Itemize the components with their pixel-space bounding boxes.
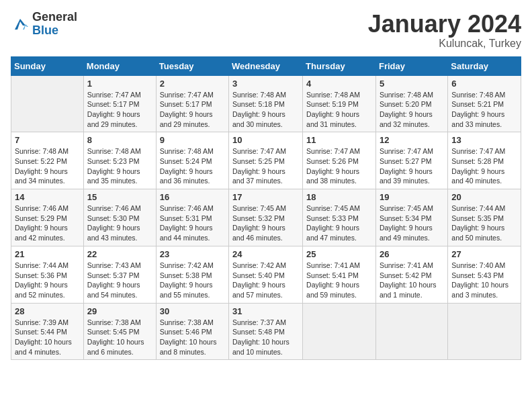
day-detail: Sunrise: 7:47 AMSunset: 5:17 PMDaylight:… bbox=[87, 90, 152, 130]
day-detail: Sunrise: 7:48 AMSunset: 5:19 PMDaylight:… bbox=[306, 90, 372, 130]
calendar-cell: 19Sunrise: 7:45 AMSunset: 5:34 PMDayligh… bbox=[375, 189, 447, 246]
calendar-cell bbox=[375, 303, 447, 360]
day-number: 2 bbox=[160, 79, 225, 89]
calendar-cell: 12Sunrise: 7:47 AMSunset: 5:27 PMDayligh… bbox=[375, 132, 447, 189]
day-detail: Sunrise: 7:47 AMSunset: 5:27 PMDaylight:… bbox=[380, 146, 444, 186]
calendar-header: Sunday Monday Tuesday Wednesday Thursday… bbox=[11, 56, 521, 75]
day-detail: Sunrise: 7:46 AMSunset: 5:29 PMDaylight:… bbox=[15, 203, 80, 243]
day-number: 31 bbox=[232, 306, 299, 316]
day-number: 19 bbox=[380, 192, 444, 202]
day-number: 18 bbox=[306, 192, 372, 202]
day-detail: Sunrise: 7:48 AMSunset: 5:22 PMDaylight:… bbox=[15, 146, 80, 186]
calendar-cell: 4Sunrise: 7:48 AMSunset: 5:19 PMDaylight… bbox=[303, 75, 376, 132]
day-number: 23 bbox=[160, 249, 225, 259]
header: General Blue January 2024 Kuluncak, Turk… bbox=[11, 11, 521, 50]
day-number: 11 bbox=[306, 135, 372, 145]
day-number: 27 bbox=[451, 249, 517, 259]
header-tuesday: Tuesday bbox=[156, 56, 228, 75]
day-number: 1 bbox=[87, 79, 152, 89]
day-detail: Sunrise: 7:40 AMSunset: 5:43 PMDaylight:… bbox=[451, 261, 517, 300]
day-detail: Sunrise: 7:47 AMSunset: 5:17 PMDaylight:… bbox=[160, 90, 225, 130]
calendar-cell: 10Sunrise: 7:47 AMSunset: 5:25 PMDayligh… bbox=[229, 132, 303, 189]
calendar-cell: 30Sunrise: 7:38 AMSunset: 5:46 PMDayligh… bbox=[156, 303, 228, 360]
logo-general: General bbox=[32, 11, 77, 24]
calendar-cell: 9Sunrise: 7:48 AMSunset: 5:24 PMDaylight… bbox=[156, 132, 228, 189]
calendar-cell: 2Sunrise: 7:47 AMSunset: 5:17 PMDaylight… bbox=[156, 75, 228, 132]
calendar-cell: 11Sunrise: 7:47 AMSunset: 5:26 PMDayligh… bbox=[303, 132, 376, 189]
day-detail: Sunrise: 7:39 AMSunset: 5:44 PMDaylight:… bbox=[15, 318, 80, 357]
day-number: 14 bbox=[15, 192, 80, 202]
calendar-cell: 31Sunrise: 7:37 AMSunset: 5:48 PMDayligh… bbox=[229, 303, 303, 360]
calendar-cell: 18Sunrise: 7:45 AMSunset: 5:33 PMDayligh… bbox=[303, 189, 376, 246]
day-detail: Sunrise: 7:41 AMSunset: 5:42 PMDaylight:… bbox=[380, 261, 444, 300]
header-monday: Monday bbox=[83, 56, 156, 75]
calendar-cell: 6Sunrise: 7:48 AMSunset: 5:21 PMDaylight… bbox=[448, 75, 521, 132]
day-detail: Sunrise: 7:47 AMSunset: 5:28 PMDaylight:… bbox=[451, 146, 517, 186]
calendar-cell: 7Sunrise: 7:48 AMSunset: 5:22 PMDaylight… bbox=[11, 132, 84, 189]
calendar-cell: 21Sunrise: 7:44 AMSunset: 5:36 PMDayligh… bbox=[11, 246, 84, 303]
header-row: Sunday Monday Tuesday Wednesday Thursday… bbox=[11, 56, 521, 75]
day-detail: Sunrise: 7:48 AMSunset: 5:24 PMDaylight:… bbox=[160, 146, 225, 186]
calendar-cell: 1Sunrise: 7:47 AMSunset: 5:17 PMDaylight… bbox=[83, 75, 156, 132]
day-detail: Sunrise: 7:47 AMSunset: 5:25 PMDaylight:… bbox=[232, 146, 299, 186]
week-row-0: 1Sunrise: 7:47 AMSunset: 5:17 PMDaylight… bbox=[11, 75, 521, 132]
logo: General Blue bbox=[11, 11, 77, 38]
day-number: 30 bbox=[160, 306, 225, 316]
calendar-cell: 5Sunrise: 7:48 AMSunset: 5:20 PMDaylight… bbox=[375, 75, 447, 132]
day-detail: Sunrise: 7:45 AMSunset: 5:34 PMDaylight:… bbox=[380, 203, 444, 243]
week-row-3: 21Sunrise: 7:44 AMSunset: 5:36 PMDayligh… bbox=[11, 246, 521, 303]
day-detail: Sunrise: 7:42 AMSunset: 5:38 PMDaylight:… bbox=[160, 261, 225, 300]
day-detail: Sunrise: 7:46 AMSunset: 5:30 PMDaylight:… bbox=[87, 203, 152, 243]
logo-icon bbox=[11, 15, 30, 34]
day-detail: Sunrise: 7:48 AMSunset: 5:21 PMDaylight:… bbox=[451, 90, 517, 130]
day-detail: Sunrise: 7:45 AMSunset: 5:32 PMDaylight:… bbox=[232, 203, 299, 243]
header-sunday: Sunday bbox=[11, 56, 84, 75]
day-number: 28 bbox=[15, 306, 80, 316]
day-detail: Sunrise: 7:42 AMSunset: 5:40 PMDaylight:… bbox=[232, 261, 299, 300]
calendar-cell: 24Sunrise: 7:42 AMSunset: 5:40 PMDayligh… bbox=[229, 246, 303, 303]
day-number: 26 bbox=[380, 249, 444, 259]
day-detail: Sunrise: 7:41 AMSunset: 5:41 PMDaylight:… bbox=[306, 261, 372, 300]
day-detail: Sunrise: 7:47 AMSunset: 5:26 PMDaylight:… bbox=[306, 146, 372, 186]
day-number: 20 bbox=[451, 192, 517, 202]
day-number: 25 bbox=[306, 249, 372, 259]
day-number: 3 bbox=[232, 79, 299, 89]
day-number: 15 bbox=[87, 192, 152, 202]
day-detail: Sunrise: 7:38 AMSunset: 5:45 PMDaylight:… bbox=[87, 318, 152, 357]
day-number: 5 bbox=[380, 79, 444, 89]
day-number: 22 bbox=[87, 249, 152, 259]
calendar-cell: 27Sunrise: 7:40 AMSunset: 5:43 PMDayligh… bbox=[448, 246, 521, 303]
calendar-cell: 3Sunrise: 7:48 AMSunset: 5:18 PMDaylight… bbox=[229, 75, 303, 132]
day-detail: Sunrise: 7:37 AMSunset: 5:48 PMDaylight:… bbox=[232, 318, 299, 357]
header-wednesday: Wednesday bbox=[229, 56, 303, 75]
calendar-subtitle: Kuluncak, Turkey bbox=[368, 38, 521, 50]
header-friday: Friday bbox=[375, 56, 447, 75]
week-row-4: 28Sunrise: 7:39 AMSunset: 5:44 PMDayligh… bbox=[11, 303, 521, 360]
calendar-cell: 28Sunrise: 7:39 AMSunset: 5:44 PMDayligh… bbox=[11, 303, 84, 360]
calendar-cell: 15Sunrise: 7:46 AMSunset: 5:30 PMDayligh… bbox=[83, 189, 156, 246]
calendar-cell: 29Sunrise: 7:38 AMSunset: 5:45 PMDayligh… bbox=[83, 303, 156, 360]
calendar-cell: 17Sunrise: 7:45 AMSunset: 5:32 PMDayligh… bbox=[229, 189, 303, 246]
calendar-cell: 23Sunrise: 7:42 AMSunset: 5:38 PMDayligh… bbox=[156, 246, 228, 303]
day-detail: Sunrise: 7:44 AMSunset: 5:35 PMDaylight:… bbox=[451, 203, 517, 243]
logo-blue: Blue bbox=[32, 24, 77, 38]
logo-text: General Blue bbox=[32, 11, 77, 38]
svg-rect-0 bbox=[11, 15, 30, 34]
calendar-body: 1Sunrise: 7:47 AMSunset: 5:17 PMDaylight… bbox=[11, 75, 521, 360]
day-detail: Sunrise: 7:45 AMSunset: 5:33 PMDaylight:… bbox=[306, 203, 372, 243]
header-saturday: Saturday bbox=[448, 56, 521, 75]
calendar-cell: 14Sunrise: 7:46 AMSunset: 5:29 PMDayligh… bbox=[11, 189, 84, 246]
day-detail: Sunrise: 7:46 AMSunset: 5:31 PMDaylight:… bbox=[160, 203, 225, 243]
day-number: 17 bbox=[232, 192, 299, 202]
day-detail: Sunrise: 7:43 AMSunset: 5:37 PMDaylight:… bbox=[87, 261, 152, 300]
calendar-cell: 26Sunrise: 7:41 AMSunset: 5:42 PMDayligh… bbox=[375, 246, 447, 303]
calendar-cell bbox=[448, 303, 521, 360]
calendar-cell bbox=[303, 303, 376, 360]
calendar-table: Sunday Monday Tuesday Wednesday Thursday… bbox=[11, 56, 521, 361]
week-row-2: 14Sunrise: 7:46 AMSunset: 5:29 PMDayligh… bbox=[11, 189, 521, 246]
header-thursday: Thursday bbox=[303, 56, 376, 75]
day-number: 10 bbox=[232, 135, 299, 145]
day-number: 4 bbox=[306, 79, 372, 89]
day-detail: Sunrise: 7:38 AMSunset: 5:46 PMDaylight:… bbox=[160, 318, 225, 357]
day-number: 9 bbox=[160, 135, 225, 145]
